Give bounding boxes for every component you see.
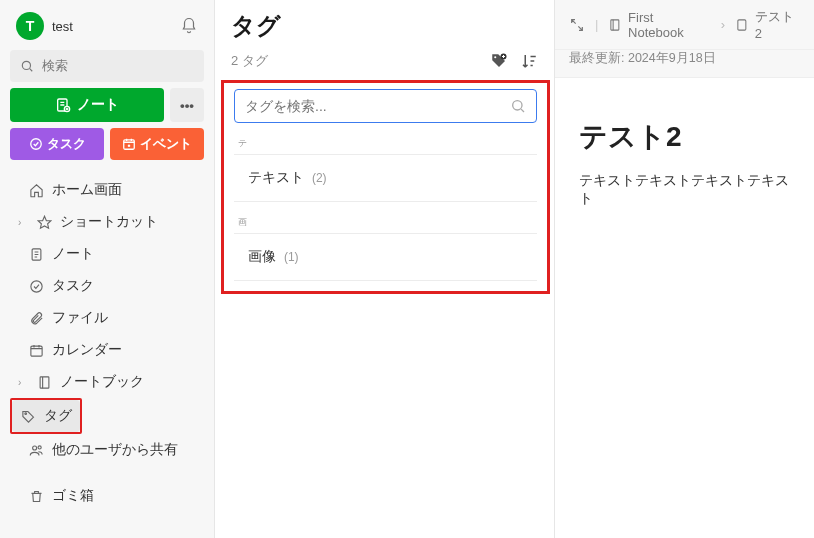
new-note-label: ノート	[77, 96, 119, 114]
nav-trash-label: ゴミ箱	[52, 487, 94, 505]
tag-group-letter: 画	[234, 216, 537, 234]
tags-list-highlight: テ テキスト (2) 画 画像 (1)	[221, 80, 550, 294]
note-body-text[interactable]: テキストテキストテキストテキスト	[579, 172, 790, 208]
paperclip-icon	[29, 311, 44, 326]
new-tag-button[interactable]	[490, 52, 508, 70]
svg-point-11	[24, 412, 26, 414]
sidebar: T test 検索 ノート ••• タスク	[0, 0, 215, 538]
breadcrumb-note[interactable]: テスト2	[735, 8, 800, 41]
trash-icon	[29, 489, 44, 504]
nav-home-label: ホーム画面	[52, 181, 122, 199]
notifications-button[interactable]	[180, 17, 198, 35]
home-icon	[29, 183, 44, 198]
tag-item[interactable]: テキスト (2)	[234, 155, 537, 202]
tag-group: テ テキスト (2)	[234, 137, 537, 202]
svg-rect-19	[738, 19, 746, 29]
tag-group: 画 画像 (1)	[234, 216, 537, 281]
bell-icon	[180, 17, 198, 35]
tag-icon	[21, 409, 36, 424]
svg-line-17	[521, 109, 524, 112]
note-toolbar: | First Notebook › テスト2	[555, 0, 814, 50]
svg-point-13	[38, 445, 41, 448]
username: test	[52, 19, 73, 34]
global-search[interactable]: 検索	[10, 50, 204, 82]
calendar-icon	[29, 343, 44, 358]
tag-group-letter: テ	[234, 137, 537, 155]
nav-files[interactable]: ファイル	[10, 302, 204, 334]
breadcrumb-notebook-label: First Notebook	[628, 10, 711, 40]
breadcrumb-note-label: テスト2	[755, 8, 800, 41]
check-circle-icon	[29, 279, 44, 294]
event-button-label: イベント	[140, 135, 192, 153]
nav-notebooks[interactable]: › ノートブック	[10, 366, 204, 398]
svg-point-4	[30, 139, 41, 150]
notebook-icon	[37, 375, 52, 390]
star-icon	[37, 215, 52, 230]
nav-trash[interactable]: ゴミ箱	[10, 480, 204, 512]
svg-rect-9	[30, 346, 41, 356]
nav-tasks-label: タスク	[52, 277, 94, 295]
svg-marker-6	[38, 216, 51, 228]
chevron-right-icon: ›	[18, 217, 28, 228]
ellipsis-icon: •••	[180, 98, 194, 113]
sort-icon	[520, 52, 538, 70]
nav-shortcuts[interactable]: › ショートカット	[10, 206, 204, 238]
note-icon	[735, 18, 749, 32]
svg-point-8	[30, 280, 41, 291]
tag-item-name: 画像	[248, 248, 276, 264]
svg-point-12	[32, 446, 36, 450]
account-switcher[interactable]: T test	[16, 12, 73, 40]
tag-item-count: (2)	[312, 171, 327, 185]
nav-calendar[interactable]: カレンダー	[10, 334, 204, 366]
tag-search-box[interactable]	[234, 89, 537, 123]
tag-plus-icon	[490, 52, 508, 70]
expand-button[interactable]	[569, 17, 585, 33]
nav-calendar-label: カレンダー	[52, 341, 122, 359]
task-button-label: タスク	[47, 135, 86, 153]
tag-item[interactable]: 画像 (1)	[234, 234, 537, 281]
svg-rect-18	[611, 19, 619, 29]
note-panel: | First Notebook › テスト2 最終更新: 2024年9月18日…	[555, 0, 814, 538]
breadcrumb-notebook[interactable]: First Notebook	[608, 10, 710, 40]
nav-tags[interactable]: タグ	[12, 400, 80, 432]
nav-tasks[interactable]: タスク	[10, 270, 204, 302]
nav-shortcuts-label: ショートカット	[60, 213, 158, 231]
svg-rect-10	[40, 376, 49, 387]
nav-shared[interactable]: 他のユーザから共有	[10, 434, 204, 466]
new-event-button[interactable]: イベント	[110, 128, 204, 160]
calendar-plus-icon	[122, 137, 136, 151]
chevron-right-icon: ›	[721, 17, 725, 32]
nav-notes-label: ノート	[52, 245, 94, 263]
note-last-updated: 最終更新: 2024年9月18日	[555, 50, 814, 78]
tags-count: 2 タグ	[231, 52, 268, 70]
task-check-icon	[29, 137, 43, 151]
nav-home[interactable]: ホーム画面	[10, 174, 204, 206]
sort-button[interactable]	[520, 52, 538, 70]
chevron-right-icon: ›	[18, 377, 28, 388]
tag-item-count: (1)	[284, 250, 299, 264]
svg-point-16	[513, 101, 522, 110]
nav-tags-label: タグ	[44, 407, 72, 425]
svg-point-0	[22, 61, 30, 69]
search-placeholder: 検索	[42, 57, 68, 75]
new-note-more-button[interactable]: •••	[170, 88, 204, 122]
new-note-button[interactable]: ノート	[10, 88, 164, 122]
nav-notes[interactable]: ノート	[10, 238, 204, 270]
note-title[interactable]: テスト2	[579, 118, 790, 156]
search-icon	[20, 59, 34, 73]
tags-panel-title: タグ	[231, 10, 281, 42]
notebook-icon	[608, 18, 622, 32]
new-note-icon	[55, 97, 71, 113]
avatar: T	[16, 12, 44, 40]
svg-line-1	[30, 69, 33, 72]
users-icon	[29, 443, 44, 458]
nav-shared-label: 他のユーザから共有	[52, 441, 178, 459]
tags-panel: タグ 2 タグ テ テキスト	[215, 0, 555, 538]
new-task-button[interactable]: タスク	[10, 128, 104, 160]
nav-list: ホーム画面 › ショートカット ノート タスク ファイル カレンダー	[10, 174, 204, 512]
svg-point-14	[494, 56, 496, 58]
expand-icon	[569, 17, 585, 33]
tag-search-input[interactable]	[245, 98, 510, 114]
note-icon	[29, 247, 44, 262]
nav-notebooks-label: ノートブック	[60, 373, 144, 391]
